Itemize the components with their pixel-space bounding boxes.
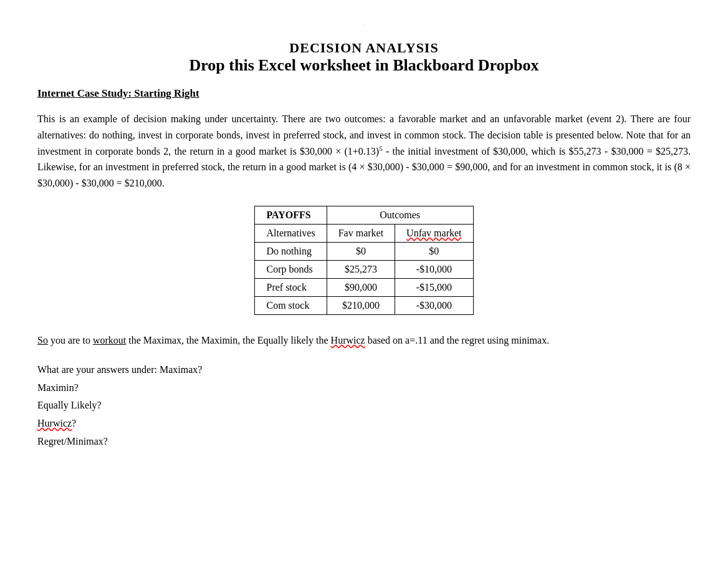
table-row: Corp bonds$25,273-$10,000 xyxy=(255,261,473,279)
body-paragraph: This is an example of decision making un… xyxy=(37,111,691,191)
workout-text: workout xyxy=(93,335,126,346)
table-col-fav: Fav market xyxy=(327,225,395,243)
instruction-you-are: you are to xyxy=(50,335,93,346)
table-cell-alt: Com stock xyxy=(255,297,327,315)
table-cell-alt: Do nothing xyxy=(255,243,327,261)
table-cell-alt: Corp bonds xyxy=(255,261,327,279)
table-row: Do nothing$0$0 xyxy=(255,243,473,261)
page-header: DECISION ANALYSIS Drop this Excel worksh… xyxy=(37,40,691,75)
question-5: Regret/Minimax? xyxy=(37,433,691,451)
question-2: Maximin? xyxy=(37,379,691,397)
table-cell-unfav: -$15,000 xyxy=(395,279,473,297)
table-cell-unfav: $0 xyxy=(395,243,473,261)
table-cell-unfav: -$10,000 xyxy=(395,261,473,279)
question-1: What are your answers under: Maximax? xyxy=(37,361,691,379)
question-4: Hurwicz? xyxy=(37,415,691,433)
sub-title: Drop this Excel worksheet in Blackboard … xyxy=(37,56,691,75)
table-col-unfav: Unfav market xyxy=(395,225,473,243)
table-cell-fav: $25,273 xyxy=(327,261,395,279)
table-row: Pref stock$90,000-$15,000 xyxy=(255,279,473,297)
instruction-end: based on a=.11 and the regret using mini… xyxy=(368,335,549,346)
hurwicz-q-end: ? xyxy=(72,418,76,428)
table-cell-unfav: -$30,000 xyxy=(395,297,473,315)
question-3: Equally Likely? xyxy=(37,397,691,415)
payoffs-table: PAYOFFS Outcomes Alternatives Fav market… xyxy=(254,206,473,315)
table-header-payoffs: PAYOFFS xyxy=(255,206,327,225)
case-study-title: Internet Case Study: Starting Right xyxy=(37,87,691,100)
questions-section: What are your answers under: Maximax? Ma… xyxy=(37,361,691,451)
body-text-part1: This is an example of decision making un… xyxy=(37,114,691,188)
table-row: Com stock$210,000-$30,000 xyxy=(255,297,473,315)
main-title: DECISION ANALYSIS xyxy=(37,40,691,56)
table-cell-fav: $0 xyxy=(327,243,395,261)
table-cell-alt: Pref stock xyxy=(255,279,327,297)
table-header-outcomes: Outcomes xyxy=(327,206,473,225)
table-cell-fav: $210,000 xyxy=(327,297,395,315)
so-text: So xyxy=(37,335,48,346)
payoffs-table-wrapper: PAYOFFS Outcomes Alternatives Fav market… xyxy=(37,206,691,315)
hurwicz-q-text: Hurwicz xyxy=(37,418,72,428)
hurwicz-text: Hurwicz xyxy=(331,335,365,346)
instruction-text: So you are to workout the Maximax, the M… xyxy=(37,332,691,349)
table-cell-fav: $90,000 xyxy=(327,279,395,297)
instruction-the-maximax: the Maximax, the Maximin, the Equally li… xyxy=(128,335,330,346)
table-col-alternatives: Alternatives xyxy=(255,225,327,243)
